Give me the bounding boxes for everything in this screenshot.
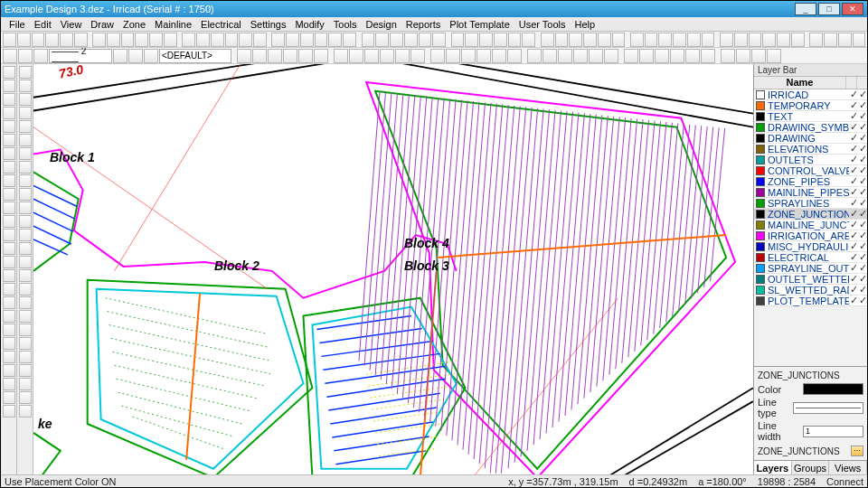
toolbar-button[interactable] <box>624 49 638 63</box>
toolbar-button[interactable] <box>239 33 252 47</box>
toolbar-button[interactable] <box>702 33 715 47</box>
side-tool-button[interactable] <box>3 134 15 146</box>
side-tool-button[interactable] <box>19 405 32 418</box>
side-tool-button[interactable] <box>19 202 32 214</box>
toolbar-button[interactable] <box>777 33 790 47</box>
toolbar-button[interactable] <box>404 33 418 47</box>
side-tool-button[interactable] <box>19 215 32 228</box>
toolbar-button[interactable] <box>461 49 476 63</box>
layer-color-swatch[interactable] <box>756 134 765 143</box>
side-tool-button[interactable] <box>19 107 32 119</box>
toolbar-button[interactable] <box>149 33 163 47</box>
toolbar-button[interactable] <box>3 49 17 63</box>
layers-list[interactable]: IRRICAD✓✓TEMPORARY✓✓TEXT✓✓DRAWING_SYMBOL… <box>754 89 867 366</box>
toolbar-button[interactable] <box>17 33 31 47</box>
toolbar-button[interactable] <box>446 49 460 63</box>
toolbar-button[interactable] <box>390 33 403 47</box>
side-tool-button[interactable] <box>3 120 15 133</box>
side-tool-button[interactable] <box>19 324 32 336</box>
toolbar-button[interactable] <box>476 49 491 63</box>
toolbar-button[interactable] <box>451 33 465 47</box>
layer-color-swatch[interactable] <box>756 253 765 262</box>
side-tool-button[interactable] <box>3 107 15 119</box>
toolbar-button[interactable] <box>673 33 686 47</box>
menu-tools[interactable]: Tools <box>329 19 362 30</box>
toolbar-button[interactable] <box>74 33 88 47</box>
side-tool-button[interactable] <box>3 310 15 323</box>
layer-color-swatch[interactable] <box>756 90 765 99</box>
toolbar-button[interactable] <box>225 33 239 47</box>
toolbar-button[interactable] <box>135 33 148 47</box>
toolbar-button[interactable] <box>252 49 267 63</box>
side-tool-button[interactable] <box>19 269 32 282</box>
minimize-button[interactable]: _ <box>795 3 816 15</box>
toolbar-button[interactable] <box>687 33 701 47</box>
toolbar-button[interactable] <box>465 33 478 47</box>
layer-color-swatch[interactable] <box>756 296 765 305</box>
menu-edit[interactable]: Edit <box>30 19 56 30</box>
layer-color-swatch[interactable] <box>756 264 765 273</box>
layer-color-swatch[interactable] <box>756 155 765 164</box>
titlebar[interactable]: Example Design 3.dez - Irricad (Serial #… <box>1 1 867 17</box>
layer-color-swatch[interactable] <box>756 275 765 284</box>
layer-color-swatch[interactable] <box>756 199 765 208</box>
toolbar-button[interactable] <box>573 49 588 63</box>
layer-row[interactable]: PLOT_TEMPLATE✓✓ <box>754 296 867 306</box>
toolbar-button[interactable] <box>853 33 866 47</box>
toolbar-button[interactable] <box>121 33 135 47</box>
toolbar-button[interactable] <box>598 33 611 47</box>
toolbar-button[interactable] <box>364 49 379 63</box>
toolbar-button[interactable] <box>589 49 603 63</box>
side-tool-button[interactable] <box>3 202 15 214</box>
menu-help[interactable]: Help <box>571 19 600 30</box>
toolbar-button[interactable] <box>767 49 781 63</box>
toolbar-button[interactable] <box>3 33 16 47</box>
toolbar-button[interactable] <box>542 49 557 63</box>
side-tool-button[interactable] <box>19 134 32 146</box>
toolbar-button[interactable] <box>685 49 700 63</box>
toolbar-button[interactable] <box>113 49 127 63</box>
side-tool-button[interactable] <box>19 256 32 268</box>
menu-draw[interactable]: Draw <box>86 19 118 30</box>
toolbar-button[interactable] <box>670 49 684 63</box>
toolbar-button[interactable] <box>749 33 762 47</box>
side-tool-button[interactable] <box>19 80 32 92</box>
layer-action-icon[interactable]: ⋯ <box>851 446 863 456</box>
side-tool-button[interactable] <box>3 66 15 79</box>
side-tool-button[interactable] <box>3 256 15 268</box>
side-tool-button[interactable] <box>3 93 15 106</box>
linetype-picker[interactable]: ———————— <box>793 402 863 414</box>
layer-color-swatch[interactable] <box>756 101 765 110</box>
side-tool-button[interactable] <box>3 364 15 377</box>
side-tool-button[interactable] <box>3 378 15 390</box>
menu-plot-template[interactable]: Plot Template <box>445 19 514 30</box>
toolbar-button[interactable] <box>343 33 356 47</box>
tab-groups[interactable]: Groups <box>792 461 830 474</box>
toolbar-button[interactable] <box>349 49 363 63</box>
toolbar-button[interactable] <box>492 49 506 63</box>
toolbar-button[interactable] <box>809 33 823 47</box>
toolbar-button[interactable] <box>507 49 522 63</box>
side-tool-button[interactable] <box>19 147 32 160</box>
side-tool-button[interactable] <box>3 337 15 350</box>
toolbar-button[interactable] <box>569 33 582 47</box>
layer-color-swatch[interactable] <box>756 210 765 219</box>
side-tool-button[interactable] <box>3 391 15 404</box>
toolbar-button[interactable] <box>328 33 342 47</box>
toolbar-button[interactable] <box>522 33 535 47</box>
toolbar-button[interactable] <box>430 49 445 63</box>
side-tool-button[interactable] <box>3 80 15 92</box>
toolbar-button[interactable] <box>791 33 805 47</box>
toolbar-button[interactable] <box>494 33 507 47</box>
side-tool-button[interactable] <box>3 147 15 160</box>
layer-color-swatch[interactable] <box>756 188 765 197</box>
drawing-canvas[interactable]: 73.0 Block 1 Block 2 Block 4 Block 3 ke <box>33 64 753 474</box>
toolbar-button[interactable] <box>300 33 314 47</box>
side-tool-button[interactable] <box>19 174 32 187</box>
toolbar-button[interactable] <box>736 49 750 63</box>
side-tool-button[interactable] <box>19 296 32 309</box>
layer-color-swatch[interactable] <box>756 221 765 230</box>
menu-electrical[interactable]: Electrical <box>196 19 246 30</box>
lineweight-combo[interactable]: ——— 2 ——— <box>49 49 112 63</box>
side-tool-button[interactable] <box>19 66 32 79</box>
